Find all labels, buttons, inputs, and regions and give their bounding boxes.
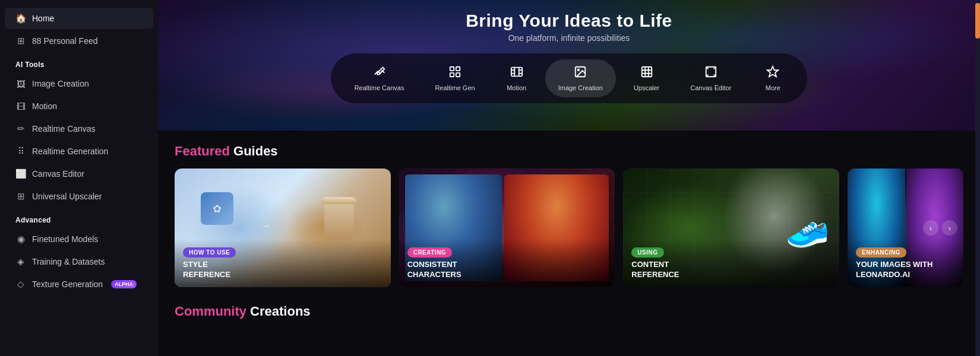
home-icon: 🏠: [15, 13, 26, 24]
sidebar-texture-label: Texture Generation: [32, 279, 103, 289]
sidebar-training-label: Training & Datasets: [32, 257, 105, 266]
tool-image-creation[interactable]: Image Creation: [545, 59, 616, 97]
card-title: STYLEREFERENCE: [183, 260, 382, 280]
sidebar-item-training-datasets[interactable]: ◈ Training & Datasets: [5, 251, 153, 272]
featured-guides-section: Featured Guides → How to u: [175, 144, 963, 287]
feed-icon: ⊞: [15, 36, 26, 46]
sidebar-realtime-canvas-label: Realtime Canvas: [32, 124, 96, 134]
sidebar-item-realtime-canvas[interactable]: ✏ Realtime Canvas: [5, 118, 153, 139]
nav-prev-button[interactable]: ‹: [923, 220, 938, 236]
upscaler-icon: ⊞: [15, 191, 26, 202]
card-title-3: CONTENTREFERENCE: [631, 260, 831, 280]
realtime-canvas-tool-icon: [373, 65, 386, 81]
svg-rect-13: [641, 67, 652, 77]
tool-realtime-gen-label: Realtime Gen: [435, 84, 475, 91]
sidebar-item-realtime-generation[interactable]: ⠿ Realtime Generation: [5, 141, 153, 162]
sidebar-item-image-creation[interactable]: 🖼 Image Creation: [5, 73, 153, 94]
sidebar-item-motion[interactable]: 🎞 Motion: [5, 96, 153, 117]
realtime-gen-icon: ⠿: [15, 146, 26, 157]
svg-rect-0: [450, 67, 454, 71]
texture-icon: ◇: [15, 279, 26, 290]
sidebar-motion-label: Motion: [32, 101, 57, 111]
tool-motion-label: Motion: [507, 84, 526, 91]
community-section: Community Creations: [175, 304, 963, 319]
sidebar-upscaler-label: Universal Upscaler: [32, 192, 102, 201]
card-overlay-3: Using CONTENTREFERENCE: [623, 239, 839, 287]
ai-tools-section: AI Tools: [0, 52, 158, 72]
hero-subtitle: One platform, infinite possibilities: [508, 33, 630, 43]
motion-tool-icon: [510, 65, 523, 81]
realtime-gen-tool-icon: [448, 65, 461, 81]
image-creation-icon: 🖼: [15, 78, 26, 89]
sidebar: 🏠 Home ⊞ 88 Personal Feed AI Tools 🖼 Ima…: [0, 0, 158, 356]
svg-rect-3: [456, 73, 460, 77]
scrollbar-track[interactable]: [975, 0, 980, 356]
alpha-badge: Alpha: [111, 280, 137, 288]
card-title-2: CONSISTENTCHARACTERS: [407, 260, 607, 280]
sidebar-realtime-gen-label: Realtime Generation: [32, 147, 108, 156]
sidebar-item-texture-generation[interactable]: ◇ Texture Generation Alpha: [5, 274, 153, 295]
nav-next-button[interactable]: ›: [942, 220, 957, 236]
tool-canvas-editor-label: Canvas Editor: [690, 84, 731, 91]
tool-motion[interactable]: Motion: [493, 59, 540, 97]
tool-realtime-canvas[interactable]: Realtime Canvas: [342, 59, 418, 97]
guide-card-consistent-characters[interactable]: Creating CONSISTENTCHARACTERS: [399, 169, 615, 287]
main-content: Bring Your Ideas to Life One platform, i…: [158, 0, 980, 356]
tool-more-label: More: [766, 84, 780, 91]
featured-guides-title: Featured Guides: [175, 144, 963, 159]
card-overlay-4: Enhancing YOUR IMAGES WITHLEONARDO.AI: [848, 239, 963, 287]
community-title: Community Creations: [175, 304, 963, 319]
svg-point-12: [578, 69, 580, 71]
arrow-indicator: →: [261, 221, 270, 231]
guide-card-style-reference[interactable]: → How to use STYLEREFERENCE: [175, 169, 391, 287]
training-icon: ◈: [15, 256, 26, 267]
sidebar-image-creation-label: Image Creation: [32, 79, 89, 88]
card-tag: How to use: [183, 247, 236, 258]
tool-more[interactable]: More: [749, 59, 796, 97]
sidebar-home-label: Home: [32, 14, 54, 23]
sidebar-feed-label: 88 Personal Feed: [32, 36, 98, 46]
sidebar-item-home[interactable]: 🏠 Home: [5, 8, 153, 29]
realtime-canvas-icon: ✏: [15, 123, 26, 134]
canvas-editor-icon: ⬜: [15, 169, 26, 179]
hero-banner: Bring Your Ideas to Life One platform, i…: [158, 0, 980, 131]
sidebar-item-personal-feed[interactable]: ⊞ 88 Personal Feed: [5, 30, 153, 52]
image-creation-tool-icon: [574, 65, 587, 81]
advanced-section: Advanced: [0, 208, 158, 228]
svg-rect-4: [511, 68, 521, 77]
canvas-editor-tool-icon: [704, 65, 717, 81]
more-tool-icon: [766, 65, 779, 81]
card-tag-2: Creating: [407, 247, 452, 258]
card-tag-3: Using: [631, 247, 663, 258]
sidebar-item-finetuned-models[interactable]: ◉ Finetuned Models: [5, 228, 153, 250]
sidebar-item-canvas-editor[interactable]: ⬜ Canvas Editor: [5, 163, 153, 185]
tool-canvas-editor[interactable]: Canvas Editor: [677, 59, 744, 97]
svg-rect-2: [450, 73, 454, 77]
guide-card-enhancing[interactable]: ‹ › Enhancing YOUR IMAGES WITHLEONARDO.A…: [848, 169, 963, 287]
content-area: Featured Guides → How to u: [158, 131, 980, 356]
card-overlay: How to use STYLEREFERENCE: [175, 239, 391, 287]
tool-image-creation-label: Image Creation: [558, 84, 603, 91]
motion-icon: 🎞: [15, 101, 26, 112]
tool-realtime-gen[interactable]: Realtime Gen: [422, 59, 488, 97]
card-overlay-2: Creating CONSISTENTCHARACTERS: [399, 239, 615, 287]
nav-arrows: ‹ ›: [923, 220, 957, 236]
scrollbar-thumb[interactable]: [975, 3, 980, 39]
finetuned-icon: ◉: [15, 234, 26, 244]
featured-guides-grid: → How to use STYLEREFERENCE: [175, 169, 963, 287]
guide-card-content-reference[interactable]: 👟 Using CONTENTREFERENCE: [623, 169, 839, 287]
sidebar-item-universal-upscaler[interactable]: ⊞ Universal Upscaler: [5, 186, 153, 207]
sidebar-finetuned-label: Finetuned Models: [32, 234, 98, 244]
tool-icons-row: Realtime Canvas Realtime Gen: [331, 53, 808, 103]
floral-box: [201, 192, 233, 225]
hero-title: Bring Your Ideas to Life: [466, 11, 672, 31]
svg-rect-1: [456, 67, 460, 71]
card-title-4: YOUR IMAGES WITHLEONARDO.AI: [856, 260, 955, 280]
tool-upscaler[interactable]: Upscaler: [621, 59, 672, 97]
upscaler-tool-icon: [640, 65, 653, 81]
card-tag-4: Enhancing: [856, 247, 906, 258]
tool-upscaler-label: Upscaler: [634, 84, 659, 91]
tool-realtime-canvas-label: Realtime Canvas: [355, 84, 404, 91]
sidebar-canvas-editor-label: Canvas Editor: [32, 169, 84, 179]
